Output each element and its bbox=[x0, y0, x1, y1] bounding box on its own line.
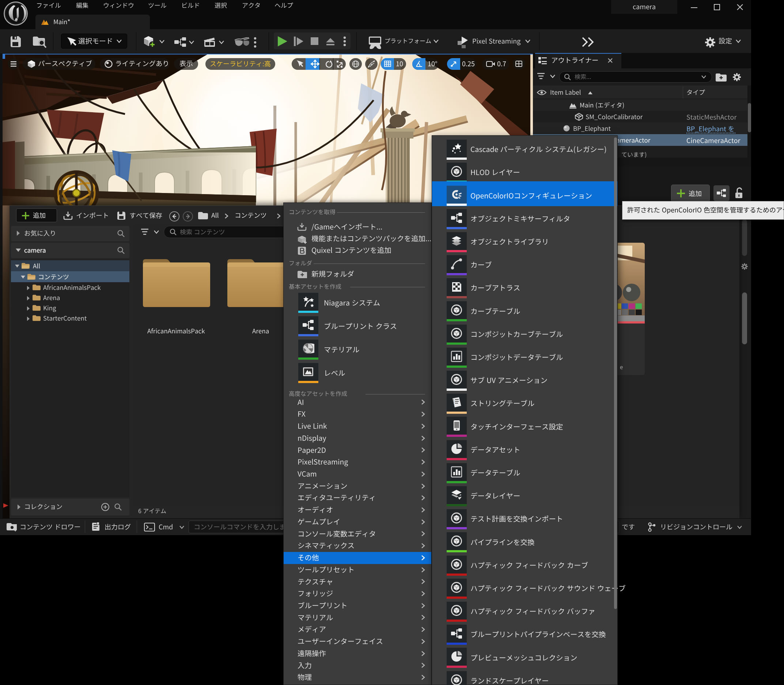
svg-text:2: 2 bbox=[453, 401, 454, 404]
svg-text:1: 1 bbox=[453, 398, 454, 401]
svg-text:3: 3 bbox=[453, 404, 454, 406]
